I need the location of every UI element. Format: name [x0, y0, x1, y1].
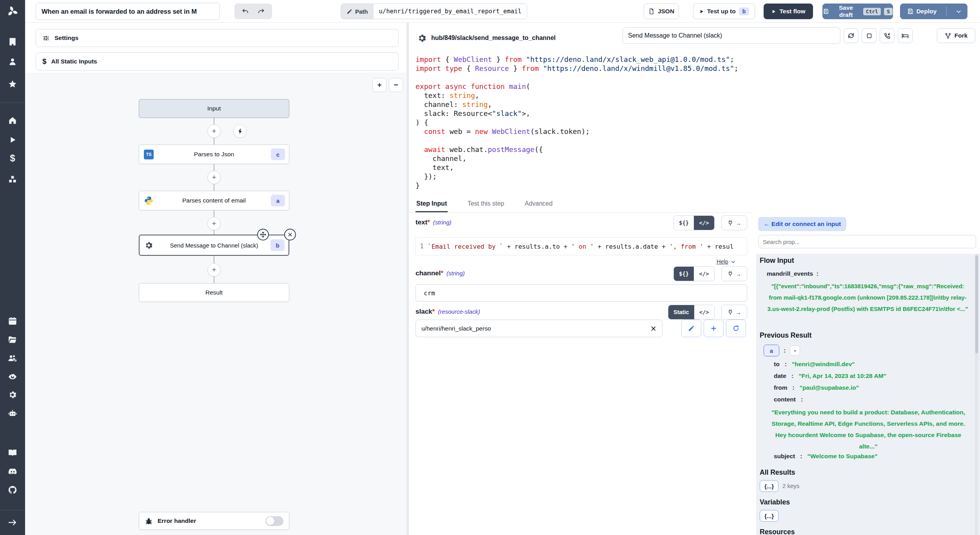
- flow-node-input[interactable]: Input: [139, 99, 289, 118]
- text-expression-editor[interactable]: 1 `Email received by ` + results.a.to + …: [416, 237, 747, 255]
- folders-icon[interactable]: [8, 335, 17, 345]
- flow-settings-card[interactable]: Settings: [36, 29, 399, 47]
- expand-sidebar-arrow-icon[interactable]: [8, 518, 17, 527]
- node-label: Send Message to Channel (slack): [170, 242, 258, 249]
- content-value[interactable]: "Everything you need to build a product:…: [767, 407, 970, 452]
- error-handler-toggle[interactable]: [265, 516, 283, 526]
- deploy-dropdown-button[interactable]: [950, 9, 967, 14]
- audit-eye-icon[interactable]: [8, 372, 17, 381]
- insert-step-button[interactable]: +: [207, 171, 221, 184]
- sleep-button[interactable]: [898, 28, 913, 43]
- path-value[interactable]: u/henri/triggered_by_email_report_email: [374, 4, 527, 19]
- insert-step-button[interactable]: +: [207, 217, 221, 230]
- static-toggle[interactable]: Static: [668, 305, 694, 319]
- static-template-toggle[interactable]: ${}: [674, 216, 694, 230]
- user-icon[interactable]: [8, 57, 17, 66]
- home-icon[interactable]: [8, 116, 17, 125]
- static-template-toggle[interactable]: ${}: [674, 267, 694, 281]
- github-icon[interactable]: [8, 485, 17, 495]
- zoom-in-button[interactable]: +: [372, 78, 387, 92]
- windmill-logo-icon[interactable]: [7, 5, 18, 17]
- tab-test-this-step[interactable]: Test this step: [467, 198, 505, 211]
- edit-resource-button[interactable]: [681, 320, 701, 337]
- zoom-out-button[interactable]: −: [389, 78, 403, 92]
- groups-icon[interactable]: [8, 354, 17, 363]
- refresh-resource-button[interactable]: [726, 320, 746, 337]
- code-line: const web = new WebClient(slack.token);: [416, 127, 739, 136]
- json-button[interactable]: JSON: [644, 4, 679, 19]
- flow-node-result[interactable]: Result: [139, 283, 289, 302]
- all-results-section-title: All Results: [760, 468, 795, 477]
- trigger-bolt-button[interactable]: [233, 125, 247, 138]
- mandrill-events-value[interactable]: "[{"event":"inbound","ts":1683819426,"ms…: [764, 280, 971, 314]
- undo-icon[interactable]: [242, 8, 249, 15]
- early-stop-button[interactable]: [862, 28, 877, 43]
- code-line: import { WebClient } from "https://deno.…: [416, 55, 739, 64]
- step-name-input[interactable]: [622, 27, 840, 44]
- flow-title-input[interactable]: [36, 3, 220, 20]
- tab-step-input[interactable]: Step Input: [416, 198, 448, 212]
- collapse-button[interactable]: -: [790, 345, 800, 356]
- resource-input[interactable]: u/henri/henri_slack_perso: [416, 320, 662, 337]
- test-flow-button[interactable]: Test flow: [764, 4, 813, 19]
- javascript-toggle[interactable]: </>: [694, 216, 714, 230]
- docs-book-icon[interactable]: [8, 448, 17, 457]
- settings-gear-icon[interactable]: [8, 390, 17, 399]
- variables-dollar-icon[interactable]: $: [10, 153, 15, 164]
- deploy-split-divider: [946, 7, 947, 16]
- variables-object-badge[interactable]: {...}: [760, 510, 779, 522]
- retry-button[interactable]: [844, 28, 858, 43]
- all-static-inputs-card[interactable]: $ All Static Inputs: [36, 52, 399, 70]
- node-delete-button[interactable]: [284, 229, 296, 240]
- flow-node-c[interactable]: TS Parses to Json c: [139, 145, 289, 164]
- schedules-calendar-icon[interactable]: [8, 316, 17, 325]
- suspend-button[interactable]: [880, 28, 895, 43]
- node-move-handle[interactable]: [257, 229, 269, 240]
- path-button[interactable]: Path: [341, 4, 374, 19]
- error-handler-card[interactable]: Error handler: [139, 512, 289, 530]
- connect-input-button[interactable]: →: [721, 215, 747, 230]
- scrollbar-thumb[interactable]: [975, 255, 978, 353]
- kv-row-date: date : "Fri, Apr 14, 2023 at 10:28 AM": [774, 372, 886, 380]
- test-up-to-button[interactable]: Test up to b: [693, 4, 755, 19]
- insert-step-button[interactable]: +: [207, 125, 221, 138]
- kv-value[interactable]: "Welcome to Supabase": [808, 453, 878, 459]
- deploy-button[interactable]: Deploy: [900, 8, 943, 15]
- help-link[interactable]: Help: [717, 258, 736, 265]
- fork-button[interactable]: Fork: [937, 28, 975, 43]
- search-prop-input[interactable]: [758, 235, 976, 248]
- hub-path[interactable]: hub/849/slack/send_message_to_channel: [431, 34, 555, 42]
- node-label: Input: [207, 105, 221, 112]
- prop-panel-scrollbar: [975, 254, 978, 535]
- favorites-star-icon[interactable]: [8, 80, 17, 89]
- play-icon: [699, 9, 704, 14]
- workers-robot-icon[interactable]: [8, 409, 17, 418]
- edit-connect-input-button[interactable]: ← Edit or connect an input: [758, 217, 846, 231]
- resources-boxes-icon[interactable]: [8, 175, 17, 184]
- workspace-building-icon[interactable]: [8, 37, 17, 46]
- insert-step-button[interactable]: +: [207, 263, 221, 277]
- runs-play-icon[interactable]: [8, 136, 17, 144]
- result-a-badge[interactable]: a: [764, 345, 779, 356]
- connect-input-button[interactable]: →: [721, 305, 747, 320]
- all-results-object-badge[interactable]: {...}: [760, 480, 779, 492]
- javascript-toggle[interactable]: </>: [694, 267, 714, 281]
- kv-value[interactable]: "paul@supabase.io": [800, 384, 859, 391]
- connect-input-button[interactable]: →: [721, 266, 747, 281]
- tab-advanced[interactable]: Advanced: [524, 198, 554, 211]
- input-mode-toggle-slack: Static </>: [668, 305, 715, 320]
- code-line: slack: Resource<"slack">,: [416, 109, 739, 118]
- redo-icon[interactable]: [257, 8, 265, 15]
- javascript-toggle[interactable]: </>: [694, 305, 714, 319]
- discord-icon[interactable]: [8, 467, 17, 476]
- add-resource-button[interactable]: [704, 320, 724, 337]
- clear-resource-icon[interactable]: [650, 325, 657, 332]
- kv-value[interactable]: "henri@windmill.dev": [792, 361, 855, 367]
- kbd-s: S: [884, 8, 893, 15]
- kv-value[interactable]: "Fri, Apr 14, 2023 at 10:28 AM": [799, 372, 886, 379]
- code-editor[interactable]: import { WebClient } from "https://deno.…: [416, 55, 739, 190]
- channel-input[interactable]: [416, 284, 747, 302]
- save-draft-button[interactable]: Save draft Ctrl S: [822, 4, 893, 19]
- mandrill-events-key[interactable]: mandrill_events :: [767, 270, 818, 277]
- flow-node-a[interactable]: Parses content of email a: [139, 191, 289, 210]
